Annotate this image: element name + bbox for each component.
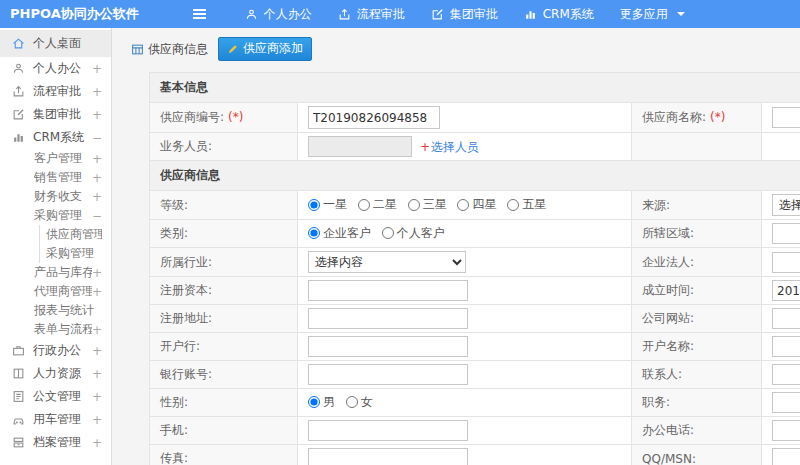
- sidebar-item-label: 采购管理: [46, 245, 94, 262]
- sidebar-item[interactable]: 行政办公 +: [0, 339, 111, 362]
- office-phone-input[interactable]: [772, 420, 800, 441]
- sidebar-item[interactable]: 流程审批 +: [0, 80, 111, 103]
- fax-input[interactable]: [308, 448, 468, 465]
- tab-supplier-info[interactable]: 供应商信息: [131, 41, 208, 58]
- sidebar-item[interactable]: 个人桌面: [0, 30, 111, 57]
- sidebar-item[interactable]: 报表与统计: [0, 301, 111, 320]
- sidebar-item[interactable]: 表单与流程设置 +: [0, 320, 111, 339]
- founded-date-input[interactable]: [772, 280, 800, 301]
- sidebar-item-label: 供应商管理: [46, 226, 102, 243]
- expand-toggle[interactable]: +: [92, 285, 102, 299]
- nav-item[interactable]: 更多应用: [607, 0, 698, 28]
- category-radio[interactable]: [308, 227, 320, 239]
- nav-item-label: 流程审批: [357, 6, 405, 23]
- account-name-input[interactable]: [772, 336, 800, 357]
- share-icon: [12, 85, 26, 99]
- expand-toggle[interactable]: +: [92, 266, 102, 280]
- expand-toggle[interactable]: +: [92, 62, 102, 76]
- staff-input[interactable]: [308, 136, 412, 157]
- sidebar-item[interactable]: 集团审批 +: [0, 103, 111, 126]
- gender-radio[interactable]: [308, 396, 320, 408]
- top-bar: PHPOA协同办公软件 个人办公 流程审批 集团审批 CRM系统: [0, 0, 800, 28]
- sidebar-item[interactable]: 公文管理 +: [0, 385, 111, 408]
- sidebar-item[interactable]: 供应商管理: [0, 225, 111, 244]
- sidebar-item[interactable]: 个人办公 +: [0, 57, 111, 80]
- source-select[interactable]: 选择内容: [772, 194, 800, 216]
- menu-toggle-button[interactable]: [189, 7, 210, 21]
- sidebar-item[interactable]: 采购管理 −: [0, 206, 111, 225]
- supplier-name-input[interactable]: [772, 107, 800, 128]
- grade-radio[interactable]: [308, 199, 320, 211]
- nav-item[interactable]: 流程审批: [325, 0, 418, 28]
- category-radio[interactable]: [382, 227, 394, 239]
- sidebar-item-label: 档案管理: [33, 434, 81, 451]
- expand-toggle[interactable]: +: [92, 436, 102, 450]
- sidebar-item[interactable]: 财务收支 +: [0, 187, 111, 206]
- field-label: 联系人:: [642, 367, 682, 381]
- expand-toggle[interactable]: +: [92, 344, 102, 358]
- supplier-form: 基本信息 供应商编号:(*) 供应商名称:(*) 业务人员: +选择人员 供应商…: [149, 72, 800, 465]
- tab-supplier-add[interactable]: 供应商添加: [218, 37, 312, 61]
- registered-capital-input[interactable]: [308, 280, 468, 301]
- sidebar-item[interactable]: 人力资源 +: [0, 362, 111, 385]
- nav-item[interactable]: 个人办公: [232, 0, 325, 28]
- website-input[interactable]: [772, 308, 800, 329]
- job-title-input[interactable]: [772, 392, 800, 413]
- sidebar-item[interactable]: 产品与库存 +: [0, 263, 111, 282]
- field-label: 公司网站:: [642, 311, 694, 325]
- grade-radio[interactable]: [457, 199, 469, 211]
- share-icon: [338, 7, 352, 21]
- region-input[interactable]: [772, 223, 800, 244]
- expand-toggle[interactable]: +: [92, 85, 102, 99]
- gender-radio[interactable]: [346, 396, 358, 408]
- category-radio-group: 企业客户 个人客户: [298, 220, 632, 248]
- book-icon: [12, 367, 26, 381]
- legal-person-input[interactable]: [772, 252, 800, 273]
- expand-toggle[interactable]: +: [92, 171, 102, 185]
- expand-toggle[interactable]: +: [92, 367, 102, 381]
- nav-item[interactable]: CRM系统: [511, 0, 607, 28]
- expand-toggle[interactable]: +: [92, 390, 102, 404]
- bank-account-input[interactable]: [308, 364, 468, 385]
- select-staff-link[interactable]: 选择人员: [431, 140, 479, 154]
- hamburger-icon: [193, 13, 206, 15]
- sidebar-item[interactable]: CRM系统 −: [0, 126, 111, 149]
- registered-address-input[interactable]: [308, 308, 468, 329]
- edit-icon: [12, 108, 26, 122]
- supplier-code-input[interactable]: [308, 106, 440, 129]
- grade-radio[interactable]: [358, 199, 370, 211]
- expand-toggle[interactable]: +: [92, 323, 102, 337]
- expand-toggle[interactable]: +: [92, 413, 102, 427]
- qq-msn-input[interactable]: [772, 448, 800, 465]
- archive-icon: [12, 436, 26, 450]
- sidebar-item[interactable]: 采购管理: [0, 244, 111, 263]
- expand-toggle[interactable]: +: [92, 108, 102, 122]
- sidebar-item-label: 采购管理: [34, 207, 82, 224]
- section-basic-info: 基本信息: [150, 73, 800, 103]
- home-icon: [12, 37, 26, 51]
- nav-item[interactable]: 集团审批: [418, 0, 511, 28]
- chevron-down-icon: [677, 12, 685, 16]
- grade-radio[interactable]: [507, 199, 519, 211]
- mobile-input[interactable]: [308, 420, 468, 441]
- expand-toggle[interactable]: −: [92, 209, 102, 223]
- required-marker: (*): [710, 110, 725, 124]
- expand-toggle[interactable]: +: [92, 152, 102, 166]
- bank-input[interactable]: [308, 336, 468, 357]
- grade-radio[interactable]: [408, 199, 420, 211]
- contact-input[interactable]: [772, 364, 800, 385]
- sidebar-item[interactable]: 代理商管理 +: [0, 282, 111, 301]
- doc-icon: [12, 390, 26, 404]
- industry-select[interactable]: 选择内容: [308, 251, 466, 273]
- sidebar-item[interactable]: 用车管理 +: [0, 408, 111, 431]
- sidebar-item[interactable]: 销售管理 +: [0, 168, 111, 187]
- expand-toggle[interactable]: +: [92, 190, 102, 204]
- sidebar-item-label: CRM系统: [33, 129, 84, 146]
- sidebar-item[interactable]: 客户管理 +: [0, 149, 111, 168]
- sidebar: 个人桌面 个人办公 + 流程审批 + 集团审批 + CRM系统 − 客户管理: [0, 28, 112, 465]
- nav-item-label: CRM系统: [543, 6, 594, 23]
- field-label: 注册地址:: [160, 311, 212, 325]
- sidebar-item-label: 行政办公: [33, 342, 81, 359]
- sidebar-item[interactable]: 档案管理 +: [0, 431, 111, 454]
- expand-toggle[interactable]: −: [92, 131, 102, 145]
